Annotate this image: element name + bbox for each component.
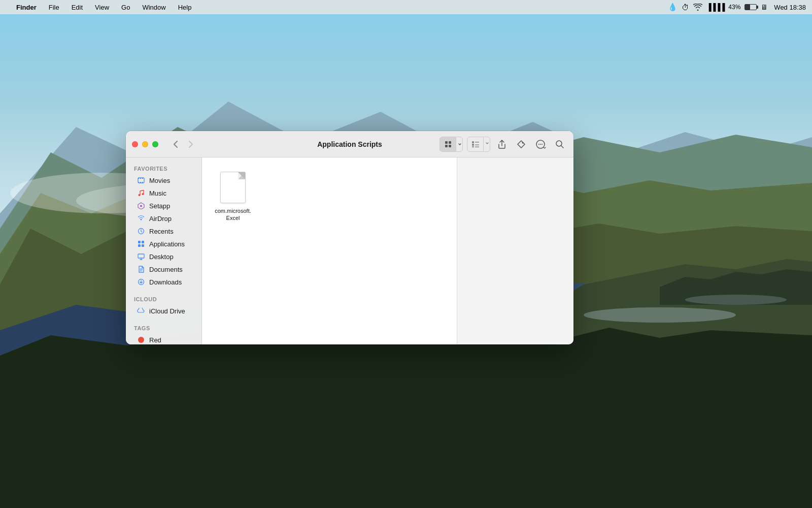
file-item-excel[interactable]: com.microsoft.Excel — [210, 166, 256, 226]
svg-rect-22 — [475, 144, 479, 145]
search-button[interactable] — [552, 137, 567, 152]
tag-red-icon — [137, 336, 145, 344]
tags-label: Tags — [126, 321, 201, 333]
svg-marker-7 — [558, 259, 812, 356]
svg-rect-20 — [475, 142, 479, 143]
svg-marker-9 — [0, 325, 812, 508]
svg-rect-23 — [472, 146, 474, 147]
sidebar-item-airdrop-label: AirDrop — [149, 215, 172, 223]
view-grid-dropdown-button[interactable] — [457, 141, 462, 148]
sidebar-item-tag-red-label: Red — [149, 336, 161, 344]
battery-percentage: 43% — [728, 4, 740, 11]
svg-rect-35 — [138, 182, 139, 183]
file-icon-excel — [218, 170, 248, 205]
sidebar-item-desktop-label: Desktop — [149, 253, 174, 261]
sidebar-item-downloads-label: Downloads — [149, 278, 182, 286]
documents-icon — [137, 265, 145, 273]
tag-button[interactable] — [514, 137, 529, 152]
svg-rect-18 — [449, 145, 451, 147]
timer-icon: ⏱ — [682, 3, 689, 12]
sidebar-item-movies[interactable]: Movies — [129, 174, 198, 186]
menu-item-window[interactable]: Window — [140, 3, 167, 12]
sidebar-item-recents[interactable]: Recents — [129, 225, 198, 237]
finder-detail-pane — [457, 157, 573, 344]
sidebar-item-airdrop[interactable]: AirDrop — [129, 212, 198, 225]
svg-rect-17 — [445, 145, 448, 147]
sidebar-item-desktop[interactable]: Desktop — [129, 250, 198, 263]
svg-marker-8 — [660, 269, 812, 305]
sidebar-item-applications[interactable]: Applications — [129, 238, 198, 250]
svg-rect-45 — [142, 241, 144, 243]
back-button[interactable] — [168, 137, 183, 151]
finder-sidebar: Favorites Movies — [126, 157, 202, 344]
svg-point-27 — [538, 144, 539, 145]
menu-item-go[interactable]: Go — [119, 3, 132, 12]
svg-rect-34 — [142, 178, 143, 179]
svg-point-30 — [556, 141, 562, 146]
menubar-left: Finder File Edit View Go Window Help — [6, 3, 668, 12]
airdrop-icon — [137, 214, 145, 223]
sidebar-item-music-label: Music — [149, 189, 166, 197]
generic-file-shape — [220, 172, 246, 203]
close-button[interactable] — [132, 141, 138, 147]
file-name-excel: com.microsoft.Excel — [214, 207, 252, 222]
svg-point-28 — [540, 144, 541, 145]
menu-item-file[interactable]: File — [47, 3, 61, 12]
sidebar-item-documents-label: Documents — [149, 266, 183, 273]
sidebar-item-tag-red[interactable]: Red — [129, 334, 198, 344]
menubar: Finder File Edit View Go Window Help 💧 ⏱… — [0, 0, 812, 14]
favorites-label: Favorites — [126, 162, 201, 174]
wifi-icon — [693, 4, 702, 11]
sidebar-item-setapp-label: Setapp — [149, 202, 170, 210]
desktop-icon — [137, 252, 145, 261]
svg-point-25 — [522, 142, 524, 143]
more-button[interactable] — [533, 137, 548, 152]
svg-rect-47 — [142, 244, 144, 247]
view-grid-button[interactable] — [440, 137, 456, 151]
svg-point-14 — [685, 295, 787, 305]
maximize-button[interactable] — [152, 141, 158, 147]
view-list-dropdown-button[interactable] — [485, 140, 490, 149]
menu-item-edit[interactable]: Edit — [70, 3, 85, 12]
svg-point-39 — [142, 193, 144, 195]
sidebar-item-icloud-drive[interactable]: iCloud Drive — [129, 305, 198, 317]
icloud-label: iCloud — [126, 292, 201, 304]
svg-rect-32 — [138, 178, 139, 179]
view-list-button[interactable] — [467, 137, 484, 151]
svg-point-41 — [140, 205, 142, 207]
downloads-icon — [137, 278, 145, 286]
menu-item-help[interactable]: Help — [176, 3, 194, 12]
menu-item-finder[interactable]: Finder — [14, 3, 39, 12]
window-title: Application Scripts — [317, 140, 382, 148]
sidebar-item-icloud-drive-label: iCloud Drive — [149, 307, 185, 315]
svg-point-29 — [542, 144, 543, 145]
battery-icon — [745, 4, 757, 10]
sidebar-item-movies-label: Movies — [149, 177, 170, 184]
svg-rect-21 — [472, 144, 474, 146]
screen-icon: 🖥 — [761, 3, 768, 11]
menubar-datetime: Wed 18:38 — [774, 4, 806, 11]
sidebar-item-documents[interactable]: Documents — [129, 263, 198, 275]
svg-rect-24 — [475, 146, 479, 147]
sidebar-item-recents-label: Recents — [149, 228, 174, 235]
finder-titlebar: Application Scripts — [126, 131, 573, 157]
toolbar-right — [439, 137, 567, 152]
finder-window: Application Scripts — [126, 131, 573, 344]
sidebar-item-setapp[interactable]: Setapp — [129, 200, 198, 212]
traffic-lights — [132, 141, 158, 147]
finder-content: com.microsoft.Excel — [202, 157, 457, 344]
svg-point-38 — [139, 194, 141, 196]
share-button[interactable] — [494, 137, 510, 152]
recents-icon — [137, 227, 145, 235]
minimize-button[interactable] — [142, 141, 148, 147]
svg-rect-37 — [142, 182, 143, 183]
svg-rect-15 — [445, 141, 448, 144]
forward-button[interactable] — [184, 137, 198, 151]
sidebar-item-downloads[interactable]: Downloads — [129, 276, 198, 288]
icloud-drive-icon — [137, 307, 145, 315]
music-icon — [137, 189, 145, 197]
menubar-right: 💧 ⏱ ▐▐▐▐ 43% 🖥 Wed 18:38 — [668, 3, 806, 12]
sidebar-item-music[interactable]: Music — [129, 187, 198, 199]
svg-rect-48 — [138, 254, 144, 258]
menu-item-view[interactable]: View — [93, 3, 111, 12]
